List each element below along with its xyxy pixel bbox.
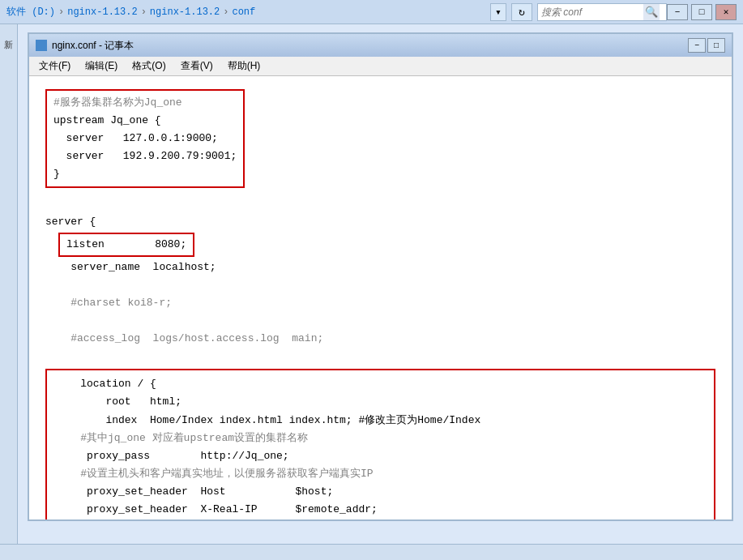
comment-jq-one: #其中jq_one 对应着upstream设置的集群名称 — [55, 430, 706, 447]
search-box: 🔍 — [537, 3, 667, 21]
proxy-host-line: proxy_set_header Host $host; — [55, 483, 706, 501]
left-panel: 新 — [0, 24, 18, 544]
location-red-box: location / { root html; index Home/Index… — [45, 369, 715, 519]
notepad-menu: 文件(F) 编辑(E) 格式(O) 查看(V) 帮助(H) — [29, 57, 732, 76]
window-controls: − □ ✕ — [667, 4, 737, 20]
comment-server-cluster: #服务器集群名称为Jq_one — [53, 94, 237, 112]
sep2: › — [141, 6, 147, 18]
server-name-line: server_name localhost; — [45, 259, 715, 276]
notepad-maximize[interactable]: □ — [707, 38, 725, 53]
location-open: location / { — [55, 375, 706, 393]
listen-red-box: listen 8080; — [58, 233, 194, 257]
main-area: nginx.conf - 记事本 − □ 文件(F) 编辑(E) 格式(O) 查… — [18, 24, 743, 544]
listen-container: listen 8080; — [58, 233, 715, 257]
proxy-forwarded-line: proxy_set_header X-Forwarded-For $proxy_… — [55, 519, 706, 519]
blank-line-1 — [45, 195, 715, 212]
blank-line-3 — [45, 312, 715, 330]
notepad-titlebar: nginx.conf - 记事本 − □ — [29, 34, 732, 57]
sep1: › — [58, 6, 64, 18]
sep3: › — [223, 6, 228, 18]
minimize-button[interactable]: − — [667, 4, 688, 20]
breadcrumb-item-3[interactable]: nginx-1.13.2 — [150, 6, 220, 18]
explorer-body: 新 nginx.conf - 记事本 − □ — [0, 24, 743, 544]
breadcrumb-item-1[interactable]: 软件 (D:) — [6, 5, 55, 19]
upstream-declaration: upstream Jq_one { — [53, 112, 237, 130]
upstream-red-box: #服务器集群名称为Jq_one upstream Jq_one { server… — [45, 89, 245, 188]
access-log-line: #access_log logs/host.access.log main; — [45, 330, 715, 348]
menu-format[interactable]: 格式(O) — [126, 58, 172, 75]
notepad-title: nginx.conf - 记事本 — [52, 39, 134, 53]
menu-view[interactable]: 查看(V) — [174, 58, 220, 75]
server-open: server { — [45, 213, 715, 231]
notepad-minimize[interactable]: − — [688, 38, 706, 53]
breadcrumb: 软件 (D:) › nginx-1.13.2 › nginx-1.13.2 › … — [6, 5, 490, 19]
proxy-pass-line: proxy_pass http://Jq_one; — [55, 447, 706, 465]
breadcrumb-item-2[interactable]: nginx-1.13.2 — [67, 6, 137, 18]
blank-line-4 — [45, 348, 715, 365]
notepad-window: nginx.conf - 记事本 − □ 文件(F) 编辑(E) 格式(O) 查… — [28, 32, 733, 521]
server-line-1: server 127.0.0.1:9000; — [53, 130, 237, 147]
search-icon[interactable]: 🔍 — [643, 4, 660, 20]
upstream-close: } — [53, 165, 237, 183]
server-line-2: server 192.9.200.79:9001; — [53, 147, 237, 165]
refresh-button[interactable]: ↻ — [511, 3, 532, 21]
comment-real-ip: #设置主机头和客户端真实地址，以便服务器获取客户端真实IP — [55, 465, 706, 483]
upstream-block: #服务器集群名称为Jq_one upstream Jq_one { server… — [45, 89, 715, 188]
notepad-icon — [36, 40, 47, 51]
menu-help[interactable]: 帮助(H) — [221, 58, 267, 75]
close-button[interactable]: ✕ — [715, 4, 737, 20]
address-bar: 软件 (D:) › nginx-1.13.2 › nginx-1.13.2 › … — [0, 0, 743, 24]
search-input[interactable] — [538, 6, 643, 18]
main-window: 软件 (D:) › nginx-1.13.2 › nginx-1.13.2 › … — [0, 0, 743, 560]
charset-line: #charset koi8-r; — [45, 294, 715, 312]
code-content[interactable]: #服务器集群名称为Jq_one upstream Jq_one { server… — [29, 76, 732, 519]
blank-line-2 — [45, 276, 715, 294]
status-bar — [0, 544, 743, 560]
notepad-controls: − □ — [688, 38, 725, 53]
menu-file[interactable]: 文件(F) — [32, 58, 77, 75]
proxy-realip-line: proxy_set_header X-Real-IP $remote_addr; — [55, 501, 706, 519]
breadcrumb-item-4[interactable]: conf — [232, 6, 255, 18]
listen-line: listen 8080; — [66, 238, 186, 250]
index-line: index Home/Index index.html index.htm; #… — [55, 412, 706, 430]
maximize-button[interactable]: □ — [691, 4, 712, 20]
breadcrumb-dropdown[interactable]: ▾ — [490, 3, 506, 21]
root-line: root html; — [55, 393, 706, 411]
menu-edit[interactable]: 编辑(E) — [79, 58, 124, 75]
